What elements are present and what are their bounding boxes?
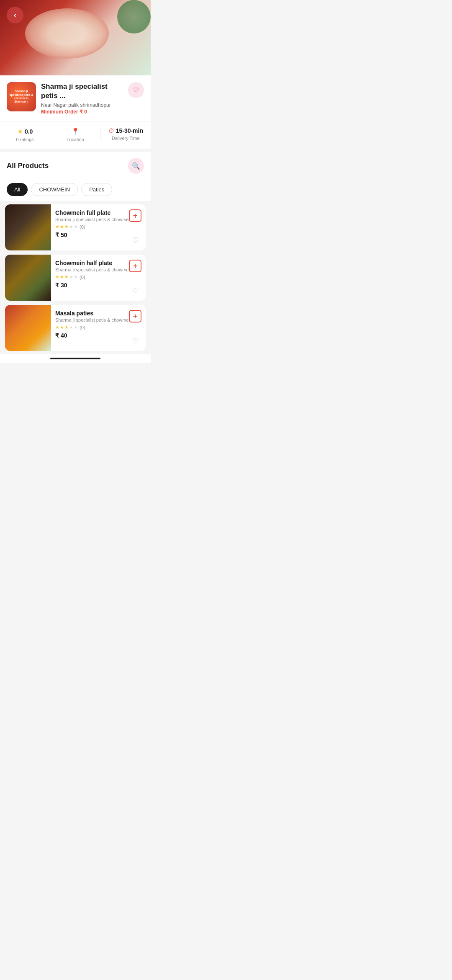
- location-stat[interactable]: 📍 Location: [50, 127, 100, 142]
- restaurant-min-order: Minimum Order ₹ 0: [41, 109, 123, 115]
- location-label: Location: [67, 137, 84, 142]
- product-stars: ★ ★ ★ ★ ★: [55, 325, 78, 330]
- star-5: ★: [74, 325, 78, 330]
- search-button[interactable]: 🔍: [128, 158, 144, 174]
- add-to-cart-button[interactable]: +: [129, 260, 141, 272]
- delivery-label: Delivery Time: [112, 136, 140, 141]
- product-price: ₹ 40: [55, 332, 141, 339]
- product-actions: +: [129, 260, 141, 272]
- add-to-cart-button[interactable]: +: [129, 209, 141, 222]
- rating-count: (0): [80, 325, 85, 330]
- star-2: ★: [60, 274, 64, 280]
- restaurant-logo: Sharma ji specialist petis & chowmein Sh…: [7, 82, 36, 111]
- hero-image: ‹: [0, 0, 151, 75]
- star-3: ★: [64, 325, 69, 330]
- restaurant-details: Sharma ji specialist petis ... Near Naga…: [41, 82, 123, 115]
- product-favorite-button[interactable]: ♡: [130, 235, 141, 246]
- star-icon: ★: [17, 127, 23, 135]
- product-stars: ★ ★ ★ ★ ★: [55, 224, 78, 230]
- product-thumbnail: [5, 204, 51, 250]
- timer-icon: ⏱: [108, 127, 114, 134]
- restaurant-address: Near Nagar palik shrimadhopur: [41, 102, 123, 108]
- product-rating-row: ★ ★ ★ ★ ★ (0): [55, 325, 141, 330]
- rating-count: (0): [80, 224, 85, 230]
- product-card: Chowmein full plate Sharma ji specialist…: [5, 204, 146, 250]
- star-2: ★: [60, 325, 64, 330]
- plus-icon: +: [133, 212, 138, 219]
- product-favorite-button[interactable]: ♡: [130, 285, 141, 297]
- products-title: All Products: [7, 162, 49, 170]
- tab-paties[interactable]: Paties: [81, 183, 112, 196]
- star-2: ★: [60, 224, 64, 230]
- plus-icon: +: [133, 312, 138, 320]
- star-5: ★: [74, 274, 78, 280]
- product-card: Chowmein half plate Sharma ji specialist…: [5, 255, 146, 301]
- location-icon: 📍: [71, 127, 80, 135]
- rating-stat: ★ 0.0 0 ratings: [0, 127, 50, 142]
- product-actions: +: [129, 310, 141, 322]
- star-3: ★: [64, 274, 69, 280]
- restaurant-info-section: Sharma ji specialist petis & chowmein Sh…: [0, 75, 151, 121]
- rating-count: (0): [80, 275, 85, 280]
- product-actions: +: [129, 209, 141, 222]
- product-heart-icon: ♡: [132, 336, 139, 346]
- stats-row: ★ 0.0 0 ratings 📍 Location ⏱ 15-30-min D…: [0, 122, 151, 149]
- add-to-cart-button[interactable]: +: [129, 310, 141, 322]
- tab-chowmein[interactable]: CHOWMEIN: [31, 183, 78, 196]
- product-rating-row: ★ ★ ★ ★ ★ (0): [55, 224, 141, 230]
- product-heart-icon: ♡: [132, 286, 139, 295]
- back-button[interactable]: ‹: [7, 7, 23, 23]
- star-1: ★: [55, 274, 59, 280]
- product-heart-icon: ♡: [132, 236, 139, 245]
- star-4: ★: [69, 325, 73, 330]
- star-4: ★: [69, 274, 73, 280]
- product-thumbnail: [5, 255, 51, 301]
- product-price: ₹ 30: [55, 282, 141, 289]
- product-card: Masala paties Sharma ji specialist petis…: [5, 305, 146, 351]
- bottom-bar: [0, 354, 151, 363]
- product-price: ₹ 50: [55, 232, 141, 238]
- plus-icon: +: [133, 262, 138, 270]
- search-icon: 🔍: [132, 162, 140, 170]
- product-thumbnail: [5, 305, 51, 351]
- restaurant-name: Sharma ji specialist petis ...: [41, 82, 123, 101]
- back-icon: ‹: [14, 11, 16, 19]
- star-5: ★: [74, 224, 78, 230]
- product-image: [5, 255, 51, 301]
- product-image: [5, 204, 51, 250]
- product-stars: ★ ★ ★ ★ ★: [55, 274, 78, 280]
- star-4: ★: [69, 224, 73, 230]
- heart-icon: ♡: [133, 86, 139, 94]
- star-3: ★: [64, 224, 69, 230]
- products-header: All Products 🔍: [0, 152, 151, 180]
- tab-all[interactable]: All: [7, 183, 28, 196]
- home-indicator: [50, 358, 100, 359]
- star-1: ★: [55, 224, 59, 230]
- rating-value: 0.0: [25, 128, 33, 135]
- logo-text: Sharma ji specialist petis & chowmein Sh…: [7, 88, 36, 106]
- delivery-stat: ⏱ 15-30-min Delivery Time: [101, 127, 151, 142]
- product-list: Chowmein full plate Sharma ji specialist…: [0, 201, 151, 354]
- category-tabs: All CHOWMEIN Paties: [0, 180, 151, 201]
- product-rating-row: ★ ★ ★ ★ ★ (0): [55, 274, 141, 280]
- rating-label: 0 ratings: [16, 137, 34, 142]
- delivery-value: 15-30-min: [116, 127, 143, 134]
- product-image: [5, 305, 51, 351]
- product-favorite-button[interactable]: ♡: [130, 335, 141, 347]
- favorite-button[interactable]: ♡: [128, 82, 144, 98]
- star-1: ★: [55, 325, 59, 330]
